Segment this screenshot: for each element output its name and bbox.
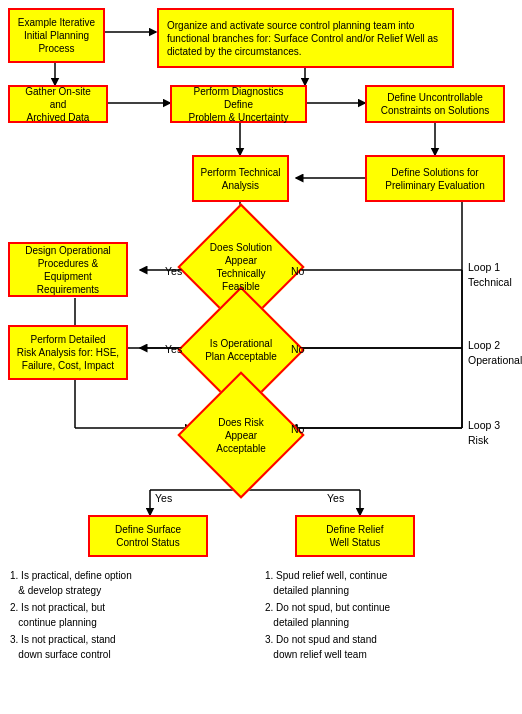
label-yes1: Yes [165,265,182,277]
box-relief-well: Define Relief Well Status [295,515,415,557]
label-no1: No [291,265,304,277]
label-yes3-left: Yes [155,492,172,504]
box-initial-planning: Example Iterative Initial Planning Proce… [8,8,105,63]
bullets-right: 1. Spud relief well, continue detailed p… [265,568,505,664]
bullets-left: 1. Is practical, define option & develop… [10,568,210,664]
box-uncontrollable: Define Uncontrollable Constraints on Sol… [365,85,505,123]
box-technical-analysis: Perform Technical Analysis [192,155,289,202]
box-risk-analysis: Perform Detailed Risk Analysis for: HSE,… [8,325,128,380]
box-gather: Gather On-site and Archived Data [8,85,108,123]
diamond-risk: Does Risk Appear Acceptable [196,390,286,480]
flowchart-diagram: Example Iterative Initial Planning Proce… [0,0,522,714]
label-no3: No [291,423,304,435]
box-define-solutions: Define Solutions for Preliminary Evaluat… [365,155,505,202]
box-diagnostics: Perform Diagnostics Define Problem & Unc… [170,85,307,123]
label-loop1: Loop 1 Technical [468,260,512,289]
label-loop3: Loop 3 Risk [468,418,500,447]
label-loop2: Loop 2 Operational [468,338,522,367]
label-yes2: Yes [165,343,182,355]
box-organize: Organize and activate source control pla… [157,8,454,68]
box-surface-control: Define Surface Control Status [88,515,208,557]
box-design-operational: Design Operational Procedures & Equipmen… [8,242,128,297]
label-no2: No [291,343,304,355]
label-yes3-right: Yes [327,492,344,504]
